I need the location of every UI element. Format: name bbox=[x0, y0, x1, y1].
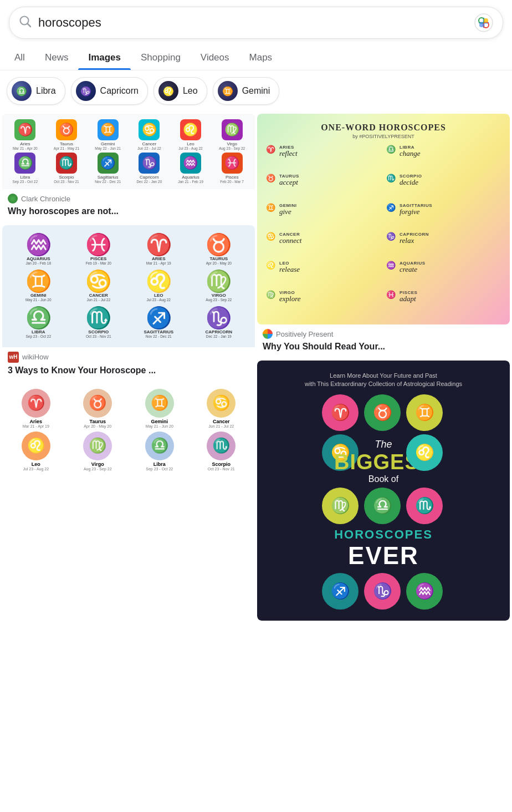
sz-libra: ♎ Libra Sep 23 - Oct 22 bbox=[130, 432, 189, 471]
positively-source: Positively Present bbox=[263, 329, 504, 339]
sz-virgo: ♍ Virgo Aug 23 - Sep 22 bbox=[69, 432, 127, 471]
filter-chip-libra[interactable]: ♎ Libra bbox=[7, 77, 65, 105]
search-bar[interactable]: horoscopes bbox=[9, 7, 503, 39]
filter-chip-capricorn[interactable]: ♑ Capricorn bbox=[71, 77, 148, 105]
positively-meta: Positively Present Why You Should Read Y… bbox=[257, 324, 510, 358]
clark-source: Clark Chronicle bbox=[8, 194, 249, 204]
bz-gemini: ♊ bbox=[406, 394, 443, 431]
zodiac-taurus: ♉ Taurus Apr 21 - May 21 bbox=[47, 119, 86, 150]
tab-maps[interactable]: Maps bbox=[239, 45, 283, 70]
filter-chip-leo[interactable]: ♌ Leo bbox=[153, 77, 207, 105]
result-card-wikihow[interactable]: ♒ AQUARIUS Jan 20 - Feb 18 ♓ PISCES Feb … bbox=[2, 225, 255, 382]
sz-scorpio: ♏ Scorpio Oct 23 - Nov 21 bbox=[192, 432, 251, 471]
sz-leo: ♌ Leo Jul 23 - Aug 22 bbox=[7, 432, 65, 471]
zodiac-virgo: ♍ Virgo Aug 23 - Sep 22 bbox=[212, 119, 252, 150]
result-card-small-zodiac[interactable]: ♈ Aries Mar 21 - Apr 19 ♉ Taurus Apr 20 … bbox=[2, 384, 255, 475]
book-image: Learn More About Your Future and Pastwit… bbox=[257, 361, 510, 621]
chip-label-leo: Leo bbox=[183, 86, 198, 96]
chip-avatar-capricorn: ♑ bbox=[76, 81, 96, 101]
sz-gemini: ♊ Gemini May 21 - Jun 20 bbox=[130, 389, 189, 428]
h-leo: ♌ LEO release bbox=[266, 261, 381, 286]
one-word-title: ONE-WORD HOROSCOPES bbox=[266, 123, 501, 133]
book-subtitle: Learn More About Your Future and Pastwit… bbox=[305, 372, 462, 389]
right-column: ONE-WORD HOROSCOPES by #POSITIVELYPRESEN… bbox=[257, 114, 510, 621]
h-aries: ♈ ARIES reflect bbox=[266, 145, 381, 170]
filter-chip-gemini[interactable]: ♊ Gemini bbox=[213, 77, 280, 105]
wiki-sagittarius: ♐ SAGITTARIUS Nov 22 - Dec 21 bbox=[131, 307, 186, 338]
zodiac-pisces: ♓ Pisces Feb 20 - Mar 7 bbox=[212, 153, 252, 184]
h-cancer: ♋ CANCER connect bbox=[266, 232, 381, 257]
h-capricorn: ♑ CAPRICORN relax bbox=[386, 232, 501, 257]
zodiac-scorpio: ♏ Scorpio Oct 23 - Nov 21 bbox=[47, 153, 86, 184]
zodiac-aries: ♈ Aries Mar 21 - Apr 20 bbox=[6, 119, 45, 150]
horoscope-grid: ♈ ARIES reflect ♎ LIBRA change bbox=[266, 145, 501, 316]
chip-avatar-gemini: ♊ bbox=[218, 81, 238, 101]
zodiac-sagittarius: ♐ Sagittarius Nov 22 - Dec 21 bbox=[88, 153, 127, 184]
wiki-leo: ♌ LEO Jul 23 - Aug 22 bbox=[131, 271, 186, 302]
wiki-scorpio: ♏ SCORPIO Oct 23 - Nov 21 bbox=[71, 307, 126, 338]
zodiac-grid-image: ♈ Aries Mar 21 - Apr 20 ♉ Taurus Apr 21 … bbox=[2, 114, 255, 189]
positively-favicon bbox=[263, 329, 273, 339]
wiki-aquarius: ♒ AQUARIUS Jan 20 - Feb 18 bbox=[11, 234, 66, 265]
svg-line-1 bbox=[28, 24, 31, 27]
bz-aquarius: ♒ bbox=[406, 573, 443, 610]
tab-videos[interactable]: Videos bbox=[191, 45, 239, 70]
filter-chips: ♎ Libra ♑ Capricorn ♌ Leo ♊ Gemini bbox=[0, 70, 512, 111]
clark-meta: Clark Chronicle Why horoscopes are not..… bbox=[2, 189, 255, 223]
bz-sagittarius: ♐ bbox=[322, 573, 359, 610]
result-card-one-word[interactable]: ONE-WORD HOROSCOPES by #POSITIVELYPRESEN… bbox=[257, 114, 510, 358]
wikihow-source: wH wikiHow bbox=[8, 352, 249, 363]
svg-point-6 bbox=[479, 23, 484, 27]
wiki-virgo: ♍ VIRGO Aug 23 - Sep 22 bbox=[192, 271, 247, 302]
zodiac-aquarius: ♒ Aquarius Jan 21 - Feb 19 bbox=[171, 153, 211, 184]
positively-title: Why You Should Read Your... bbox=[263, 341, 504, 353]
chip-label-gemini: Gemini bbox=[242, 86, 270, 96]
h-taurus: ♉ TAURUS accept bbox=[266, 174, 381, 199]
search-bar-container: horoscopes bbox=[0, 0, 512, 45]
result-card-clark[interactable]: ♈ Aries Mar 21 - Apr 20 ♉ Taurus Apr 21 … bbox=[2, 114, 255, 223]
wiki-pisces: ♓ PISCES Feb 19 - Mar 20 bbox=[71, 234, 126, 265]
bz-aries: ♈ bbox=[322, 394, 359, 431]
left-column: ♈ Aries Mar 21 - Apr 20 ♉ Taurus Apr 21 … bbox=[2, 114, 255, 621]
tab-images[interactable]: Images bbox=[78, 45, 131, 70]
clark-source-name: Clark Chronicle bbox=[21, 195, 70, 203]
wikihow-source-name: wikiHow bbox=[22, 353, 49, 361]
clark-favicon bbox=[8, 194, 18, 204]
bz-libra: ♎ bbox=[364, 488, 401, 524]
book-bottom-title: HOROSCOPES EVER bbox=[334, 527, 433, 570]
book-center-title: The BIGGEST Book of bbox=[364, 434, 403, 484]
wiki-libra-row2: ♎ LIBRA Sep 23 - Oct 22 bbox=[11, 307, 66, 338]
h-libra: ♎ LIBRA change bbox=[386, 145, 501, 170]
tab-all[interactable]: All bbox=[4, 45, 35, 70]
bz-capricorn: ♑ bbox=[364, 573, 401, 610]
zodiac-cancer: ♋ Cancer Jun 22 - Jul 22 bbox=[130, 119, 169, 150]
wiki-taurus: ♉ TAURUS Apr 20 - May 20 bbox=[192, 234, 247, 265]
chip-avatar-libra: ♎ bbox=[12, 81, 32, 101]
wiki-aries: ♈ ARIES Mar 21 - Apr 19 bbox=[131, 234, 186, 265]
search-icon bbox=[18, 14, 32, 31]
sz-aries: ♈ Aries Mar 21 - Apr 19 bbox=[7, 389, 65, 428]
zodiac-gemini: ♊ Gemini May 22 - Jun 21 bbox=[88, 119, 127, 150]
sz-taurus: ♉ Taurus Apr 20 - May 20 bbox=[69, 389, 127, 428]
tab-shopping[interactable]: Shopping bbox=[131, 45, 191, 70]
wikihow-title: 3 Ways to Know Your Horoscope ... bbox=[8, 365, 249, 377]
svg-point-5 bbox=[484, 18, 488, 23]
wiki-cancer: ♋ CANCER Jun 21 - Jul 22 bbox=[71, 271, 126, 302]
sz-cancer: ♋ Cancer Jun 21 - Jul 22 bbox=[192, 389, 251, 428]
one-word-subtitle: by #POSITIVELYPRESENT bbox=[266, 134, 501, 139]
zodiac-leo: ♌ Leo Jul 23 - Aug 22 bbox=[171, 119, 211, 150]
search-input[interactable]: horoscopes bbox=[38, 16, 474, 30]
wiki-capricorn: ♑ CAPRICORN Dec 22 - Jan 19 bbox=[192, 307, 247, 338]
google-lens-icon[interactable] bbox=[474, 13, 494, 33]
wiki-gemini: ♊ GEMINI May 21 - Jun 20 bbox=[11, 271, 66, 302]
chip-label-libra: Libra bbox=[36, 86, 56, 96]
bz-taurus: ♉ bbox=[364, 394, 401, 431]
wikihow-favicon: wH bbox=[8, 352, 19, 363]
tab-news[interactable]: News bbox=[35, 45, 79, 70]
h-pisces: ♓ PISCES adapt bbox=[386, 290, 501, 316]
result-card-book[interactable]: Learn More About Your Future and Pastwit… bbox=[257, 361, 510, 621]
h-sagittarius: ♐ SAGITTARIUS forgive bbox=[386, 203, 501, 229]
h-gemini: ♊ GEMINI give bbox=[266, 203, 381, 229]
bz-leo: ♌ bbox=[406, 434, 443, 471]
zodiac-libra: ♎ Libra Sep 23 - Oct 22 bbox=[6, 153, 45, 184]
